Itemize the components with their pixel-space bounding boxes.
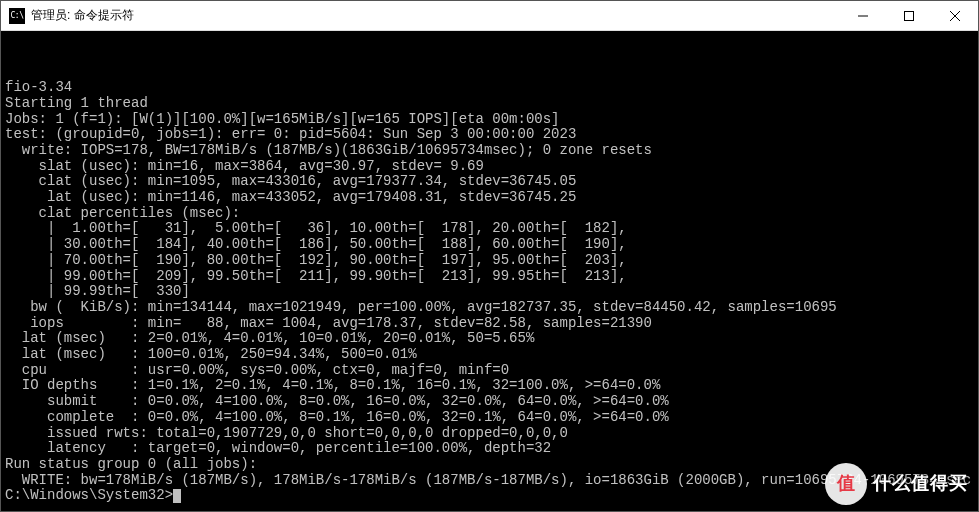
terminal-line: | 99.00th=[ 209], 99.50th=[ 211], 99.90t… [5, 269, 974, 285]
maximize-button[interactable] [886, 1, 932, 31]
terminal-line: Jobs: 1 (f=1): [W(1)][100.0%][w=165MiB/s… [5, 112, 974, 128]
terminal-line: cpu : usr=0.00%, sys=0.00%, ctx=0, majf=… [5, 363, 974, 379]
cmd-icon: C:\ [9, 8, 25, 24]
terminal-line: | 30.00th=[ 184], 40.00th=[ 186], 50.00t… [5, 237, 974, 253]
terminal-line: complete : 0=0.0%, 4=100.0%, 8=0.1%, 16=… [5, 410, 974, 426]
titlebar[interactable]: C:\ 管理员: 命令提示符 [1, 1, 978, 31]
window-title: 管理员: 命令提示符 [31, 7, 134, 24]
terminal-line: WRITE: bw=178MiB/s (187MB/s), 178MiB/s-1… [5, 473, 974, 489]
minimize-button[interactable] [840, 1, 886, 31]
terminal-line: latency : target=0, window=0, percentile… [5, 441, 974, 457]
terminal-line: lat (usec): min=1146, max=433052, avg=17… [5, 190, 974, 206]
terminal-line: lat (msec) : 2=0.01%, 4=0.01%, 10=0.01%,… [5, 331, 974, 347]
admin-cmd-window: C:\ 管理员: 命令提示符 fio-3.34Starting 1 thread… [0, 0, 979, 512]
terminal-line: IO depths : 1=0.1%, 2=0.1%, 4=0.1%, 8=0.… [5, 378, 974, 394]
terminal-line: write: IOPS=178, BW=178MiB/s (187MB/s)(1… [5, 143, 974, 159]
terminal-line: clat (usec): min=1095, max=433016, avg=1… [5, 174, 974, 190]
terminal-line: clat percentiles (msec): [5, 206, 974, 222]
terminal-line: | 1.00th=[ 31], 5.00th=[ 36], 10.00th=[ … [5, 221, 974, 237]
terminal-line: bw ( KiB/s): min=134144, max=1021949, pe… [5, 300, 974, 316]
terminal-line: | 99.99th=[ 330] [5, 284, 974, 300]
terminal-line: submit : 0=0.0%, 4=100.0%, 8=0.0%, 16=0.… [5, 394, 974, 410]
terminal-line: issued rwts: total=0,1907729,0,0 short=0… [5, 426, 974, 442]
cursor [173, 489, 181, 503]
terminal-line: Run status group 0 (all jobs): [5, 457, 974, 473]
terminal-line: C:\Windows\System32> [5, 488, 974, 504]
terminal-line: fio-3.34 [5, 80, 974, 96]
terminal-line: lat (msec) : 100=0.01%, 250=94.34%, 500=… [5, 347, 974, 363]
cmd-icon-label: C:\ [11, 11, 24, 20]
terminal-line: Starting 1 thread [5, 96, 974, 112]
close-button[interactable] [932, 1, 978, 31]
terminal-line: iops : min= 88, max= 1004, avg=178.37, s… [5, 316, 974, 332]
terminal-line: | 70.00th=[ 190], 80.00th=[ 192], 90.00t… [5, 253, 974, 269]
svg-rect-1 [905, 11, 914, 20]
terminal-line: slat (usec): min=16, max=3864, avg=30.97… [5, 159, 974, 175]
terminal-output[interactable]: fio-3.34Starting 1 threadJobs: 1 (f=1): … [1, 31, 978, 511]
terminal-line: test: (groupid=0, jobs=1): err= 0: pid=5… [5, 127, 974, 143]
